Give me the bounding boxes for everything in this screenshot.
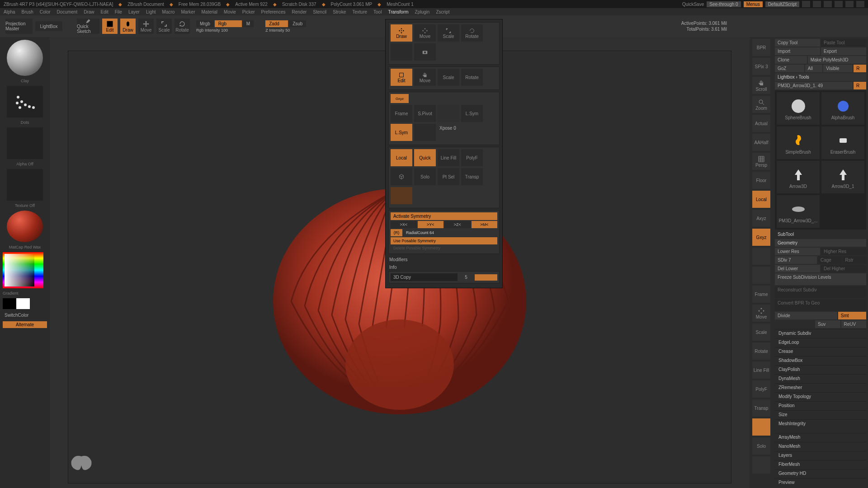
activate-symmetry-button[interactable]: Activate Symmetry — [391, 212, 497, 220]
layers-item[interactable]: Layers — [775, 451, 866, 459]
m-button[interactable]: M — [243, 20, 254, 27]
dd-edit-button[interactable]: Edit — [391, 69, 412, 86]
menu-color[interactable]: Color — [40, 9, 51, 14]
arraymesh-item[interactable]: ArrayMesh — [775, 433, 866, 441]
position-item[interactable]: Position — [775, 401, 866, 409]
rgb-button[interactable]: Rgb — [215, 20, 242, 27]
quick-button[interactable]: Quick — [414, 149, 436, 166]
actual-button[interactable]: Actual — [752, 115, 770, 132]
spix-button[interactable]: SPix 3 — [752, 58, 770, 75]
paste-tool-button[interactable]: Paste Tool — [821, 39, 866, 47]
menu-tool[interactable]: Tool — [373, 9, 382, 14]
menu-file[interactable]: File — [115, 9, 122, 14]
window-icon[interactable] — [802, 1, 810, 7]
smt-button[interactable]: Smt — [838, 312, 866, 319]
axyz-button[interactable]: Axyz — [752, 210, 770, 227]
blank-button[interactable] — [752, 267, 770, 284]
fibermesh-item[interactable]: FiberMesh — [775, 460, 866, 468]
z-intensity-slider[interactable]: Z Intensity 50 — [265, 28, 306, 33]
menu-brush[interactable]: Brush — [22, 9, 33, 14]
dd-snapshot-button[interactable] — [414, 43, 436, 61]
lightbox-tools-label[interactable]: Lightbox › Tools — [775, 73, 866, 81]
tool-arrow3d-1[interactable]: Arrow3D_1 — [821, 161, 864, 193]
preview-item[interactable]: Preview — [775, 478, 866, 486]
seethrough-button[interactable]: See-through 0 — [707, 1, 741, 7]
window-icon[interactable] — [813, 1, 821, 7]
local-button[interactable]: Local — [391, 149, 412, 166]
gradient-label[interactable]: Gradient — [3, 291, 47, 296]
modify-topology-item[interactable]: Modify Topology — [775, 392, 866, 400]
dynamic-subdiv-item[interactable]: Dynamic Subdiv — [775, 329, 866, 337]
local-button[interactable]: Local — [752, 191, 770, 208]
menu-material[interactable]: Material — [202, 9, 218, 14]
switch-color-button[interactable]: SwitchColor — [3, 312, 47, 319]
goz-r-button[interactable]: R — [854, 65, 866, 72]
cube-button[interactable] — [391, 168, 412, 185]
menu-preferences[interactable]: Preferences — [261, 9, 286, 14]
menu-light[interactable]: Light — [146, 9, 156, 14]
export-button[interactable]: Export — [821, 47, 866, 55]
linefill-button[interactable]: Line Fill — [438, 149, 459, 166]
zadd-button[interactable]: Zadd — [265, 20, 288, 27]
spivot-button[interactable]: S.Pivot — [414, 105, 436, 122]
linefill-button[interactable]: Line Fill — [752, 361, 770, 379]
goz-button[interactable]: GoZ — [775, 65, 804, 72]
shadowbox-item[interactable]: ShadowBox — [775, 356, 866, 364]
menu-marker[interactable]: Marker — [181, 9, 195, 14]
size-item[interactable]: Size — [775, 410, 866, 418]
sym-z-button[interactable]: >Z< — [444, 221, 471, 228]
alpha-slot[interactable] — [7, 127, 43, 159]
polyf-button[interactable]: PolyF — [752, 380, 770, 398]
zsub-button[interactable]: Zsub — [289, 20, 306, 27]
menu-texture[interactable]: Texture — [352, 9, 367, 14]
import-button[interactable]: Import — [775, 47, 820, 55]
dd-rotate2-button[interactable]: Rotate — [461, 69, 483, 86]
lsym-button[interactable]: L.Sym — [461, 105, 483, 122]
material-preview[interactable] — [7, 211, 43, 242]
lower-res-button[interactable]: Lower Res — [775, 248, 820, 255]
xyz-button[interactable]: Gxyz — [752, 229, 770, 246]
dd-draw-button[interactable]: Draw — [391, 24, 412, 42]
close-icon[interactable] — [856, 1, 864, 7]
lsym-active-button[interactable]: L.Sym — [391, 124, 412, 141]
tool-pm3d-arrow[interactable]: PM3D_Arrow3D_... — [777, 195, 820, 228]
texture-slot[interactable] — [7, 169, 43, 201]
freeze-subdiv-button[interactable]: Freeze SubDivision Levels — [775, 273, 866, 285]
menu-movie[interactable]: Movie — [224, 9, 236, 14]
move-button[interactable]: Move — [138, 19, 154, 34]
cage-button[interactable]: Cage — [818, 256, 842, 264]
modifiers-header[interactable]: Modifiers — [388, 256, 500, 263]
edgeloop-item[interactable]: EdgeLoop — [775, 338, 866, 346]
floor-button[interactable]: Floor — [752, 172, 770, 189]
info-header[interactable]: Info — [388, 263, 500, 271]
blank-button[interactable] — [752, 248, 770, 265]
dd-move2-button[interactable]: Move — [414, 69, 436, 86]
claypolish-item[interactable]: ClayPolish — [775, 365, 866, 373]
scale-nav-button[interactable]: Scale — [752, 324, 770, 341]
projection-master-button[interactable]: Projection Master — [5, 19, 33, 34]
current-tool-name[interactable]: PM3D_Arrow3D_1. 49 — [775, 82, 853, 89]
menu-render[interactable]: Render — [292, 9, 307, 14]
suv-button[interactable]: Suv — [815, 320, 840, 328]
meshintegrity-item[interactable]: MeshIntegrity — [775, 419, 866, 427]
dd-rotate-button[interactable]: Rotate — [461, 24, 483, 42]
menu-edit[interactable]: Edit — [101, 9, 108, 14]
ptsel-button[interactable]: Pt Sel — [438, 168, 459, 185]
window-icon[interactable] — [824, 1, 832, 7]
ghost-button[interactable] — [391, 187, 412, 204]
dd-scale-button[interactable]: Scale — [438, 24, 459, 42]
transp-button[interactable]: Transp — [461, 168, 483, 185]
ghost-button[interactable] — [752, 418, 770, 436]
copy3d-slider[interactable] — [475, 274, 497, 281]
alternate-button[interactable]: Alternate — [3, 321, 47, 328]
dd-move-button[interactable]: Move — [414, 24, 436, 42]
sym-x-button[interactable]: >X< — [391, 221, 417, 228]
rotate-nav-button[interactable]: Rotate — [752, 343, 770, 360]
clone-button[interactable]: Clone — [775, 56, 807, 64]
solo-button[interactable]: Solo — [414, 168, 436, 185]
transp-button[interactable]: Transp — [752, 399, 770, 417]
tool-eraser-brush[interactable]: EraserBrush — [821, 127, 864, 159]
tool-arrow3d[interactable]: Arrow3D — [777, 161, 820, 193]
menu-stencil[interactable]: Stencil — [313, 9, 326, 14]
gxyz-button[interactable]: Gxyz — [391, 94, 409, 103]
